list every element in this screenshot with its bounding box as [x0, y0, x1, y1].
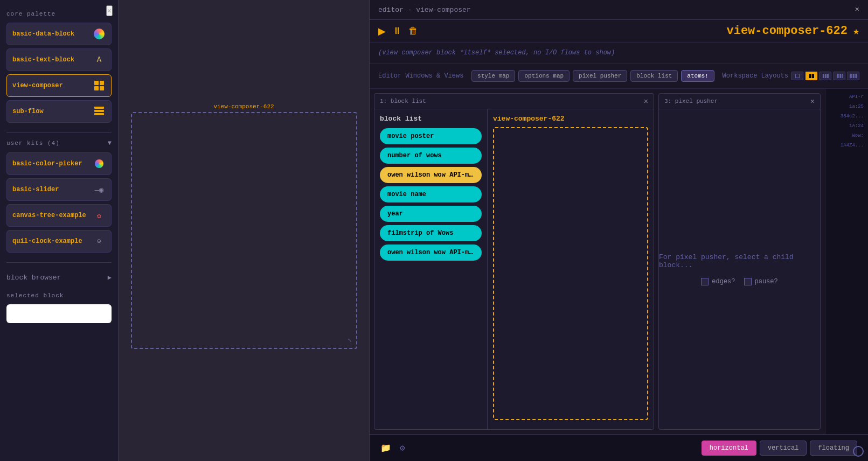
block-item-filmstrip-of-wows[interactable]: filmstrip of Wows — [380, 225, 482, 241]
block-list-close-button[interactable]: × — [644, 97, 648, 106]
palette-icon-circle — [93, 27, 106, 40]
settings-icon[interactable]: ⚙ — [400, 443, 405, 453]
toolbar-right: view-composer-622 ★ — [727, 24, 859, 38]
center-canvas: view-composer-622 ⤡ — [119, 0, 369, 461]
palette-item-basic-text-block[interactable]: basic-text-block A — [6, 48, 112, 71]
resize-handle-icon[interactable]: ⤡ — [348, 337, 352, 344]
workspace-layouts: Workspace Layouts — [723, 72, 859, 80]
tab-atoms[interactable]: atoms! — [681, 70, 714, 82]
block-list-content: block list movie poster number of wows o… — [374, 109, 654, 429]
strip-entry-1: API-r — [828, 93, 866, 101]
corner-circle-icon — [853, 446, 864, 457]
pixel-pusher-close-button[interactable]: × — [810, 97, 815, 106]
kit-item-canvas-tree-example[interactable]: canvas-tree-example ✿ — [6, 204, 112, 227]
pixel-pusher-body: For pixel pusher, select a child block..… — [659, 109, 820, 429]
right-editor-panel: editor - view-composer × ▶ ⏸ 🗑 view-comp… — [369, 0, 868, 461]
kit-item-basic-slider[interactable]: basic-slider —◉ — [6, 178, 112, 201]
clock-icon: ⊙ — [93, 235, 106, 248]
palette-item-label: basic-data-block — [12, 30, 74, 38]
layout-floating-button[interactable]: floating — [810, 441, 857, 456]
palette-item-label: basic-text-block — [12, 56, 74, 64]
block-list-col: block list movie poster number of wows o… — [374, 109, 488, 429]
block-list-window: 1: block list × block list movie poster … — [374, 93, 654, 430]
star-icon[interactable]: ★ — [853, 24, 859, 38]
block-browser-label: block browser — [6, 274, 61, 282]
palette-icon-stack — [93, 105, 106, 118]
editor-info-bar: (view composer block *itself* selected, … — [370, 43, 868, 64]
canvas-label: view-composer-622 — [213, 103, 274, 110]
vc-dashed-area — [493, 127, 648, 420]
layout-icon-2[interactable] — [805, 72, 817, 80]
selected-block-input[interactable]: view-composer-622 — [6, 304, 112, 323]
editor-windows-label: Editor Windows & Views — [378, 72, 463, 80]
block-item-movie-name[interactable]: movie name — [380, 186, 482, 202]
strip-entry-4: 1A:24 — [828, 122, 866, 130]
slider-icon: —◉ — [93, 183, 106, 196]
pixel-pusher-window: 3: pixel pusher × For pixel pusher, sele… — [658, 93, 821, 430]
layout-icon-1[interactable] — [791, 72, 803, 80]
editor-main-body: 1: block list × block list movie poster … — [370, 89, 868, 461]
editor-toolbar: ▶ ⏸ 🗑 view-composer-622 ★ — [370, 20, 868, 43]
layout-icon-5[interactable] — [848, 72, 859, 80]
pixel-pusher-panel-title: 3: pixel pusher — [664, 98, 718, 104]
play-button[interactable]: ▶ — [378, 25, 386, 37]
palette-item-view-composer[interactable]: view-composer — [6, 74, 112, 97]
editor-title-text: editor - view-composer — [378, 6, 471, 14]
tab-pixel-pusher[interactable]: pixel pusher — [573, 70, 627, 82]
palette-item-label: sub-flow — [12, 108, 44, 115]
strip-entry-2: 1a:25 — [828, 103, 866, 110]
user-kits-header: user kits (4) ▼ — [6, 139, 112, 147]
vc-col-title: view-composer-622 — [493, 115, 648, 123]
tab-style-map[interactable]: style map — [471, 70, 515, 82]
left-panel: × core palette basic-data-block basic-te… — [0, 0, 119, 461]
layout-icon-3[interactable] — [820, 72, 831, 80]
kit-item-label: basic-color-picker — [12, 160, 82, 167]
palette-item-sub-flow[interactable]: sub-flow — [6, 100, 112, 123]
layout-horizontal-button[interactable]: horizontal — [702, 441, 756, 456]
block-list-panel-header: 1: block list × — [374, 94, 654, 109]
bottom-left-icons: 📁 ⚙ — [380, 443, 405, 453]
pixel-pusher-panel-header: 3: pixel pusher × — [659, 94, 820, 109]
palette-icon-text: A — [93, 53, 106, 66]
edges-label: edges? — [712, 278, 735, 285]
palette-item-basic-data-block[interactable]: basic-data-block — [6, 23, 112, 45]
block-item-number-of-wows[interactable]: number of wows — [380, 148, 482, 164]
edges-checkbox-item: edges? — [701, 278, 735, 285]
workspace-layouts-label: Workspace Layouts — [723, 72, 788, 80]
tab-options-map[interactable]: options map — [518, 70, 570, 82]
pause-checkbox[interactable] — [744, 278, 752, 285]
user-kits-title: user kits (4) — [6, 140, 60, 146]
canvas-frame: view-composer-622 ⤡ — [131, 112, 357, 349]
pixel-pusher-info: For pixel pusher, select a child block..… — [659, 253, 820, 269]
left-panel-close[interactable]: × — [106, 5, 113, 16]
user-kits-chevron[interactable]: ▼ — [108, 139, 112, 147]
block-item-owen-wilson-api-1[interactable]: owen wilson wow API-movie lis — [380, 167, 482, 183]
edges-checkbox[interactable] — [701, 278, 709, 285]
kit-item-basic-color-picker[interactable]: basic-color-picker — [6, 152, 112, 175]
core-palette-title: core palette — [6, 11, 112, 17]
block-item-owen-wilson-api-2[interactable]: owen wilson wow API-movie lo — [380, 245, 482, 261]
folder-icon[interactable]: 📁 — [380, 443, 391, 453]
pixel-pusher-checkboxes: edges? pause? — [701, 278, 777, 285]
layout-icon-4[interactable] — [834, 72, 845, 80]
trash-button[interactable]: 🗑 — [408, 25, 418, 37]
selected-block-section: selected block view-composer-622 — [6, 290, 112, 323]
layout-vertical-button[interactable]: vertical — [760, 441, 807, 456]
strip-entry-6: 1A4Z4... — [828, 142, 866, 149]
editor-windows-section: Editor Windows & Views style map options… — [370, 64, 868, 89]
colorwheel-icon — [93, 157, 106, 170]
tab-block-list[interactable]: block list — [630, 70, 678, 82]
editor-titlebar: editor - view-composer × — [370, 0, 868, 20]
tab-buttons: style map options map pixel pusher block… — [471, 70, 714, 82]
strip-entry-5: Wow: — [828, 132, 866, 139]
editor-close-button[interactable]: × — [855, 5, 859, 14]
pause-button[interactable]: ⏸ — [392, 25, 402, 37]
layout-buttons: horizontal vertical floating — [702, 441, 857, 456]
selected-block-title: selected block — [6, 292, 112, 299]
kit-item-quil-clock-example[interactable]: quil-clock-example ⊙ — [6, 230, 112, 253]
block-item-year[interactable]: year — [380, 206, 482, 222]
block-list-col-title: block list — [380, 115, 482, 123]
block-browser-row[interactable]: block browser ▶ — [6, 269, 112, 286]
pause-label: pause? — [755, 278, 778, 285]
block-item-movie-poster[interactable]: movie poster — [380, 128, 482, 144]
